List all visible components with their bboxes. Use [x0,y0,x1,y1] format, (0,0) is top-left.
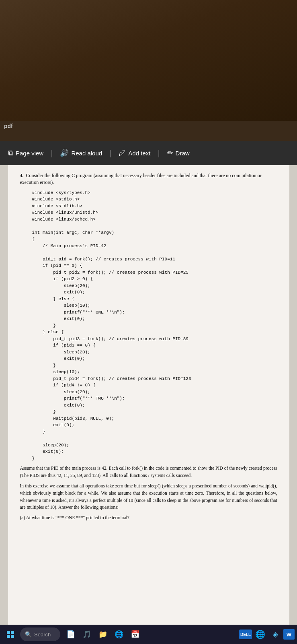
page-view-icon: ⧉ [8,149,13,157]
paragraph-2: In this exercise we assume that all oper… [20,483,277,511]
page-view-button[interactable]: ⧉ Page view [4,147,47,160]
taskbar-app-file[interactable]: 📄 [63,627,78,642]
read-aloud-label: Read aloud [71,150,102,157]
taskbar-app-browser[interactable]: 🌐 [112,627,126,642]
question-header: 4. Consider the following C program (ass… [20,172,277,186]
draw-button[interactable]: ✏ Draw [163,146,194,160]
pdf-toolbar: ⧉ Page view | 🔊 Read aloud | 🖊 Add text … [0,141,297,165]
code-block: #include <sys/types.h> #include <stdio.h… [32,190,277,462]
divider-1: | [51,149,53,158]
sub-question-a: (a) At what time is "*** ONE ***" printe… [20,514,277,521]
word-icon[interactable]: W [283,629,295,640]
taskbar-app-calendar[interactable]: 📅 [128,627,142,642]
taskbar-app-folder[interactable]: 📁 [96,627,110,642]
pdf-app-label: pdf [4,123,13,129]
divider-2: | [109,149,111,158]
taskbar-app-media[interactable]: 🎵 [80,627,94,642]
add-text-button[interactable]: 🖊 Add text [115,147,154,160]
search-icon: 🔍 [25,631,32,638]
taskbar: 🔍 Search 📄 🎵 📁 🌐 📅 DELL 🌐 ◈ W [0,625,297,644]
svg-rect-0 [7,631,10,634]
svg-rect-3 [11,635,14,638]
svg-rect-1 [11,631,14,634]
svg-rect-2 [7,635,10,638]
read-aloud-icon: 🔊 [60,149,69,157]
draw-label: Draw [176,150,190,157]
pdf-document: 4. Consider the following C program (ass… [8,165,289,644]
paragraph-1: Assume that the PID of the main process … [20,465,277,479]
chrome-icon[interactable]: 🌐 [253,627,267,642]
draw-icon: ✏ [167,149,173,157]
add-text-icon: 🖊 [119,149,126,157]
search-label: Search [34,632,51,638]
top-background [0,0,297,121]
dell-icon[interactable]: DELL [239,630,252,639]
system-tray: DELL 🌐 ◈ W [239,627,295,642]
divider-3: | [158,149,160,158]
pdf-content-area: 4. Consider the following C program (ass… [0,165,297,644]
add-text-label: Add text [128,150,150,157]
taskbar-search[interactable]: 🔍 Search [20,627,60,641]
page-view-label: Page view [16,150,43,157]
vscode-icon[interactable]: ◈ [268,627,283,642]
read-aloud-button[interactable]: 🔊 Read aloud [56,146,106,160]
start-button[interactable] [2,626,18,642]
